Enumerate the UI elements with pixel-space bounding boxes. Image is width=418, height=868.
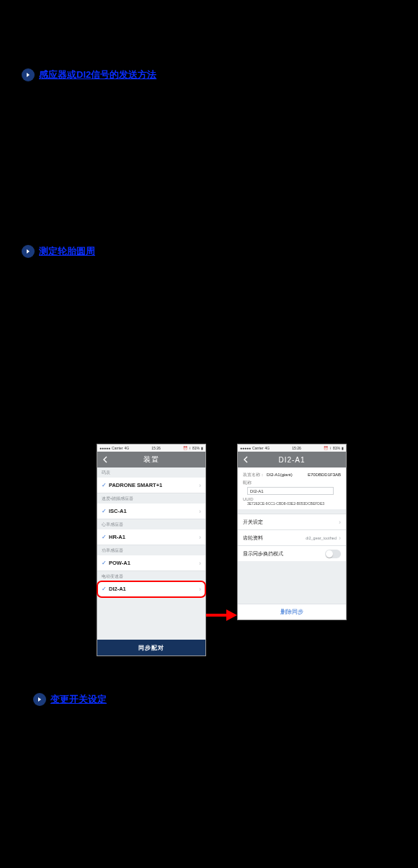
nickname-value: DI2-A1 — [250, 489, 264, 493]
status-bar: ●●●●● Carrier 4G 15:26 ⏰ ᚼ 81% ▮ — [238, 444, 346, 452]
nav-bar: 装置 — [97, 452, 205, 467]
alarm-icon: ⏰ — [183, 446, 187, 450]
device-label: POW-A1 — [109, 560, 199, 566]
uuid-value: 3E7262CE-9CC1-CBD8-03E2-B053DCBEFDE3 — [247, 501, 341, 506]
device-label: DI2-A1 — [109, 586, 199, 592]
device-row-egear-highlighted[interactable]: ✓ DI2-A1 › — [97, 581, 205, 597]
section-header-spdcad: 速度•踏频感应器 — [97, 493, 205, 504]
device-id: E70DBDD1F3AB — [308, 471, 341, 478]
device-info-block: 装置名称： DI2-A1(giant) E70DBDD1F3AB 昵称 DI2-… — [238, 467, 346, 509]
nickname-label: 昵称 — [243, 480, 341, 486]
arrow-right-circle-icon — [33, 693, 46, 706]
chevron-right-icon: › — [339, 534, 341, 542]
link-tire-circumference[interactable]: 测定轮胎圆周 — [22, 245, 95, 258]
remove-sync-button[interactable]: 删除同步 — [238, 604, 346, 619]
nav-title: DI2-A1 — [278, 456, 305, 464]
toggle-switch[interactable] — [325, 550, 341, 558]
signal-icon: ●●●●● — [240, 446, 251, 450]
chevron-right-icon: › — [199, 508, 201, 515]
gear-info-row[interactable]: 齿轮资料 di2_gear_toothed › — [238, 529, 346, 545]
check-icon: ✓ — [102, 508, 109, 514]
screenshot-group: ●●●●● Carrier 4G 15:26 ⏰ ᚼ 81% ▮ 装置 码表 ✓… — [97, 444, 393, 657]
row-sublabel: di2_gear_toothed — [306, 536, 337, 540]
link-label: 感应器或DI2信号的发送方法 — [39, 68, 156, 81]
sync-pair-button[interactable]: 同步配对 — [97, 640, 205, 656]
section-header-egear: 电动变速器 — [97, 571, 205, 581]
battery-label: 81% — [192, 446, 200, 450]
carrier-label: Carrier — [252, 446, 263, 450]
check-icon: ✓ — [102, 586, 109, 592]
device-label: ISC-A1 — [109, 508, 199, 514]
row-label: 显示同步换挡模式 — [243, 550, 325, 558]
battery-icon: ▮ — [201, 446, 203, 450]
back-button[interactable] — [100, 452, 110, 467]
network-label: 4G — [264, 446, 270, 450]
screenshot-device-list: ●●●●● Carrier 4G 15:26 ⏰ ᚼ 81% ▮ 装置 码表 ✓… — [97, 444, 205, 656]
section-header-pwr: 功率感应器 — [97, 545, 205, 555]
check-icon: ✓ — [102, 534, 109, 540]
battery-icon: ▮ — [342, 446, 344, 450]
battery-label: 81% — [333, 446, 340, 450]
nickname-input[interactable]: DI2-A1 — [247, 487, 334, 495]
chevron-right-icon: › — [199, 482, 201, 489]
nav-title: 装置 — [143, 455, 159, 465]
bluetooth-icon: ᚼ — [329, 446, 332, 450]
arrow-right-circle-icon — [22, 245, 35, 258]
device-name-label: 装置名称： — [243, 471, 264, 478]
link-label: 变更开关设定 — [50, 693, 107, 706]
section-header-hr: 心率感应器 — [97, 519, 205, 529]
device-row-spdcad[interactable]: ✓ ISC-A1 › — [97, 504, 205, 519]
nav-bar: DI2-A1 — [238, 452, 346, 467]
switch-setting-row[interactable]: 开关设定 › — [238, 514, 346, 529]
check-icon: ✓ — [102, 560, 109, 566]
clock: 15:26 — [151, 446, 161, 450]
sync-shift-mode-row: 显示同步换挡模式 — [238, 545, 346, 561]
row-label: 开关设定 — [243, 519, 339, 526]
device-row-pwr[interactable]: ✓ POW-A1 › — [97, 555, 205, 571]
device-row-meter[interactable]: ✓ PADRONE SMART+1 › — [97, 478, 205, 493]
link-label: 测定轮胎圆周 — [39, 245, 95, 258]
status-bar: ●●●●● Carrier 4G 15:26 ⏰ ᚼ 81% ▮ — [97, 444, 205, 452]
check-icon: ✓ — [102, 482, 109, 488]
network-label: 4G — [124, 446, 129, 450]
device-row-hr[interactable]: ✓ HR-A1 › — [97, 529, 205, 545]
back-button[interactable] — [241, 452, 251, 467]
red-arrow-icon — [206, 609, 237, 622]
section-header-meter: 码表 — [97, 467, 205, 478]
link-sensor-signal[interactable]: 感应器或DI2信号的发送方法 — [22, 68, 156, 81]
bluetooth-icon: ᚼ — [189, 446, 191, 450]
button-label: 同步配对 — [138, 644, 164, 652]
chevron-right-icon: › — [199, 534, 201, 541]
chevron-right-icon: › — [199, 560, 201, 567]
button-label: 删除同步 — [280, 608, 303, 616]
chevron-right-icon: › — [199, 586, 201, 593]
link-change-switch-setting[interactable]: 变更开关设定 — [33, 693, 107, 706]
arrow-right-circle-icon — [22, 68, 35, 81]
device-label: PADRONE SMART+1 — [109, 482, 199, 488]
row-label: 齿轮资料 — [243, 534, 306, 542]
clock: 15:26 — [292, 446, 301, 450]
device-label: HR-A1 — [109, 534, 199, 540]
device-name-value: DI2-A1(giant) — [267, 471, 293, 478]
alarm-icon: ⏰ — [324, 446, 328, 450]
signal-icon: ●●●●● — [99, 446, 110, 450]
carrier-label: Carrier — [112, 446, 123, 450]
screenshot-device-detail: ●●●●● Carrier 4G 15:26 ⏰ ᚼ 81% ▮ DI2-A1 … — [238, 444, 346, 619]
chevron-right-icon: › — [339, 519, 341, 526]
